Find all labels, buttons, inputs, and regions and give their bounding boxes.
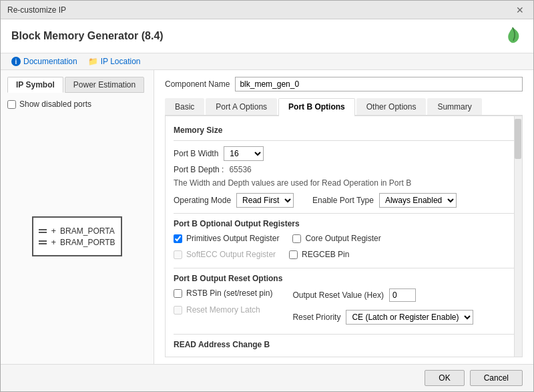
component-name-row: Component Name — [165, 77, 523, 91]
symbol-area: + BRAM_PORTA + BRAM_PORTB — [7, 116, 147, 357]
softECC-reg-row: SoftECC Output Register — [174, 250, 276, 259]
reset-memory-row: Reset Memory Latch — [174, 305, 272, 315]
nav-tabs: Basic Port A Options Port B Options Othe… — [165, 98, 523, 116]
reset-priority-label: Reset Priority — [292, 313, 340, 322]
operating-mode-row: Operating Mode Read First Enable Port Ty… — [174, 193, 514, 208]
core-output-reg-checkbox[interactable] — [292, 234, 301, 243]
ok-button[interactable]: OK — [425, 370, 464, 386]
REGCEB-checkbox[interactable] — [289, 250, 298, 259]
tab-port-b[interactable]: Port B Options — [278, 98, 355, 116]
core-output-reg-label: Core Output Register — [305, 234, 380, 243]
porta-lines — [39, 229, 47, 233]
operating-mode-select[interactable]: Read First — [236, 193, 294, 208]
vivado-logo — [503, 26, 523, 46]
output-reset-value-label: Output Reset Value (Hex) — [292, 290, 384, 300]
header: Block Memory Generator (8.4) — [1, 19, 533, 53]
close-button[interactable]: ✕ — [513, 5, 527, 15]
scrollbar-thumb[interactable] — [515, 119, 521, 159]
bram-porta-port: + BRAM_PORTA — [39, 226, 115, 236]
content-area: IP Symbol Power Estimation Show disabled… — [1, 70, 533, 364]
info-icon: i — [11, 57, 21, 66]
softECC-reg-checkbox[interactable] — [174, 250, 182, 259]
folder-icon: 📁 — [88, 57, 98, 66]
REGCEB-label: REGCEB Pin — [302, 250, 349, 259]
reset-priority-select[interactable]: CE (Latch or Register Enable) — [346, 310, 473, 325]
bram-symbol: + BRAM_PORTA + BRAM_PORTB — [32, 216, 121, 256]
main-window: Re-customize IP ✕ Block Memory Generator… — [0, 0, 534, 392]
output-reset-value-row: Output Reset Value (Hex) — [292, 288, 473, 302]
left-tabs: IP Symbol Power Estimation — [7, 77, 147, 93]
left-panel: IP Symbol Power Estimation Show disabled… — [1, 70, 154, 364]
core-output-reg-row: Core Output Register — [292, 234, 380, 243]
enable-port-type-select[interactable]: Always Enabled — [379, 193, 457, 208]
show-disabled-checkbox[interactable] — [7, 100, 16, 109]
port-b-width-label: Port B Width — [174, 149, 218, 158]
port-b-width-row: Port B Width 16 — [174, 146, 514, 161]
tab-basic[interactable]: Basic — [165, 98, 204, 115]
scrollbar[interactable] — [514, 116, 522, 357]
ip-location-link[interactable]: 📁 IP Location — [88, 57, 141, 66]
component-name-input[interactable] — [235, 77, 523, 91]
operating-mode-label: Operating Mode — [174, 196, 231, 205]
titlebar: Re-customize IP ✕ — [1, 1, 533, 19]
right-panel: Component Name Basic Port A Options Port… — [154, 70, 533, 364]
tab-summary[interactable]: Summary — [427, 98, 481, 115]
primitives-reg-checkbox[interactable] — [174, 234, 182, 243]
tab-other[interactable]: Other Options — [356, 98, 427, 115]
RSTB-pin-row: RSTB Pin (set/reset pin) — [174, 288, 272, 298]
optional-registers-title: Port B Optional Output Registers — [174, 219, 514, 228]
tab-content: Memory Size Port B Width 16 Port B Depth… — [165, 116, 523, 357]
app-title: Block Memory Generator (8.4) — [11, 30, 164, 42]
tab-port-a[interactable]: Port A Options — [206, 98, 277, 115]
port-b-depth-row: Port B Depth : 65536 — [174, 165, 514, 174]
show-disabled-row: Show disabled ports — [7, 100, 147, 109]
bram-portb-port: + BRAM_PORTB — [39, 237, 115, 247]
output-reset-value-input[interactable] — [389, 288, 416, 302]
window-title: Re-customize IP — [7, 5, 66, 15]
output-reset-section-title: Port B Output Reset Options — [174, 274, 514, 283]
read-address-section-title: READ Address Change B — [174, 340, 514, 349]
tab-power-estimation[interactable]: Power Estimation — [65, 77, 144, 93]
port-b-note-row: The Width and Depth values are used for … — [174, 178, 514, 188]
cancel-button[interactable]: Cancel — [470, 370, 523, 386]
tab-ip-symbol[interactable]: IP Symbol — [7, 77, 63, 93]
component-name-label: Component Name — [165, 79, 230, 89]
primitives-reg-row: Primitives Output Register — [174, 234, 279, 243]
port-b-note: The Width and Depth values are used for … — [174, 178, 411, 188]
reset-memory-checkbox[interactable] — [174, 306, 182, 315]
portb-lines — [39, 240, 47, 244]
reset-priority-row: Reset Priority CE (Latch or Register Ena… — [292, 310, 473, 325]
footer: OK Cancel — [1, 364, 533, 391]
documentation-link[interactable]: i Documentation — [11, 57, 77, 66]
REGCEB-row: REGCEB Pin — [289, 250, 349, 259]
port-b-width-select[interactable]: 16 — [224, 146, 264, 161]
RSTB-pin-checkbox[interactable] — [174, 289, 182, 298]
enable-port-type-label: Enable Port Type — [312, 196, 374, 205]
reset-memory-label: Reset Memory Latch — [186, 305, 260, 315]
primitives-reg-label: Primitives Output Register — [186, 234, 279, 243]
port-b-depth-value: 65536 — [229, 165, 251, 174]
show-disabled-label: Show disabled ports — [19, 100, 91, 109]
RSTB-pin-label: RSTB Pin (set/reset pin) — [186, 288, 272, 298]
port-b-depth-label: Port B Depth : — [174, 165, 224, 174]
softECC-reg-label: SoftECC Output Register — [186, 250, 276, 259]
toolbar: i Documentation 📁 IP Location — [1, 53, 533, 70]
memory-size-section-title: Memory Size — [174, 126, 514, 135]
